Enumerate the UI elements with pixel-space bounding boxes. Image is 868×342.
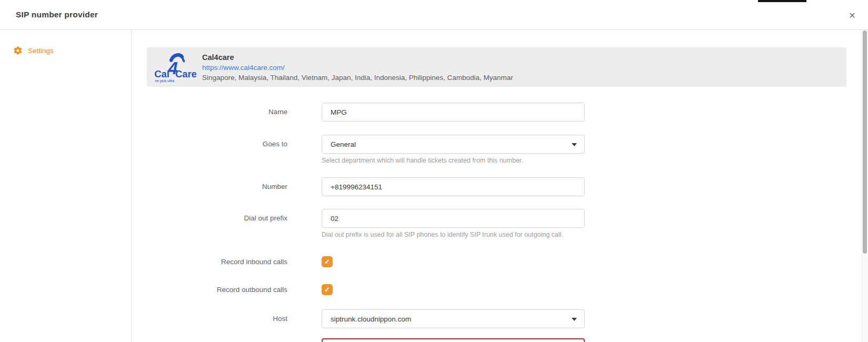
check-icon: ✓ — [324, 258, 330, 265]
page-title: SIP number provider — [16, 10, 98, 19]
modal-body: Settings 4 Cal Care ne plus ultra — [0, 30, 868, 342]
top-overlay-bar — [758, 0, 806, 2]
provider-logo: 4 Cal Care ne plus ultra — [153, 52, 196, 83]
form-row-host: Host siptrunk.cloudnippon.com — [132, 309, 868, 328]
provider-countries: Singapore, Malaysia, Thailand, Vietnam, … — [202, 73, 513, 83]
host-value: siptrunk.cloudnippon.com — [331, 315, 411, 323]
host-label: Host — [132, 309, 287, 328]
form-row-number: Number — [132, 177, 868, 196]
modal-header: SIP number provider ✕ — [0, 0, 868, 30]
close-icon[interactable]: ✕ — [846, 9, 859, 22]
goes-to-select[interactable]: General — [322, 135, 585, 154]
sidebar-item-settings[interactable]: Settings — [0, 42, 131, 59]
form-row-record-outbound: Record outbound calls ✓ — [132, 284, 868, 295]
bottom-error-input[interactable] — [322, 338, 585, 342]
form-row-name: Name — [132, 103, 868, 122]
name-label: Name — [132, 103, 287, 122]
chevron-down-icon — [572, 143, 577, 146]
number-label: Number — [132, 177, 287, 196]
form-row-bottom — [132, 338, 868, 342]
provider-card: 4 Cal Care ne plus ultra Cal4care https:… — [147, 47, 846, 87]
chevron-down-icon — [572, 318, 577, 321]
dial-out-prefix-help-text: Dial out prefix is used for all SIP phon… — [322, 230, 585, 239]
provider-url-link[interactable]: https://www.cal4care.com/ — [202, 63, 513, 73]
record-inbound-checkbox[interactable]: ✓ — [322, 256, 333, 267]
name-input[interactable] — [322, 103, 585, 122]
goes-to-help-text: Select department which will handle tick… — [322, 156, 585, 165]
scrollbar-track[interactable] — [862, 30, 868, 342]
form-row-dial-out-prefix: Dial out prefix Dial out prefix is used … — [132, 209, 868, 239]
svg-text:Care: Care — [175, 68, 196, 79]
record-outbound-checkbox[interactable]: ✓ — [322, 284, 333, 295]
sidebar: Settings — [0, 30, 132, 342]
goes-to-value: General — [331, 140, 356, 148]
svg-text:Cal: Cal — [154, 68, 169, 79]
check-icon: ✓ — [324, 286, 330, 293]
settings-form: Name Goes to General Select department w… — [132, 103, 868, 342]
provider-name: Cal4care — [202, 52, 513, 63]
number-input[interactable] — [322, 177, 585, 196]
form-row-record-inbound: Record inbound calls ✓ — [132, 256, 868, 267]
main-content: 4 Cal Care ne plus ultra Cal4care https:… — [132, 30, 868, 342]
dial-out-prefix-label: Dial out prefix — [132, 209, 287, 228]
scrollbar-thumb[interactable] — [863, 31, 867, 254]
record-inbound-label: Record inbound calls — [132, 256, 287, 267]
sip-number-provider-modal: SIP number provider ✕ Settings — [0, 0, 868, 342]
gear-icon — [13, 46, 23, 55]
host-select[interactable]: siptrunk.cloudnippon.com — [322, 309, 585, 328]
record-outbound-label: Record outbound calls — [132, 284, 287, 295]
form-row-goes-to: Goes to General Select department which … — [132, 135, 868, 165]
provider-info: Cal4care https://www.cal4care.com/ Singa… — [202, 52, 513, 83]
svg-text:ne plus ultra: ne plus ultra — [155, 79, 174, 83]
goes-to-label: Goes to — [132, 135, 287, 154]
dial-out-prefix-input[interactable] — [322, 209, 585, 228]
sidebar-item-label: Settings — [28, 47, 54, 55]
